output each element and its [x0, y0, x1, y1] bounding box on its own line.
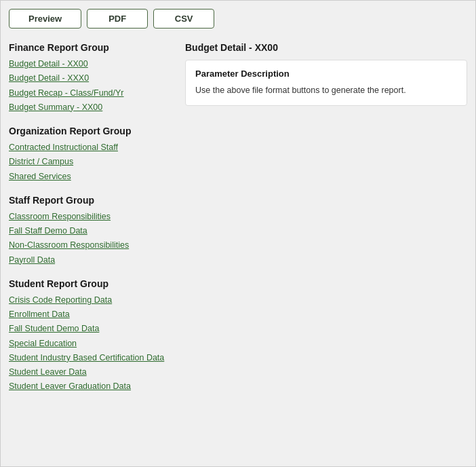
right-panel-title: Budget Detail - XX00	[185, 42, 467, 53]
parameter-box: Parameter Description Use the above file…	[185, 60, 467, 106]
group-title-student: Student Report Group	[9, 278, 172, 289]
report-link-student-4[interactable]: Student Industry Based Certification Dat…	[9, 351, 172, 365]
pdf-button[interactable]: PDF	[87, 9, 148, 29]
report-link-student-2[interactable]: Fall Student Demo Data	[9, 322, 172, 336]
report-link-organization-2[interactable]: Shared Services	[9, 170, 172, 184]
parameter-box-text: Use the above file format buttons to gen…	[195, 84, 457, 97]
toolbar: Preview PDF CSV	[9, 9, 467, 29]
report-link-student-0[interactable]: Crisis Code Reporting Data	[9, 293, 172, 307]
group-links-organization: Contracted Instructional StaffDistrict /…	[9, 141, 172, 184]
report-link-organization-1[interactable]: District / Campus	[9, 155, 172, 169]
report-link-finance-2[interactable]: Budget Recap - Class/Fund/Yr	[9, 86, 172, 100]
group-title-finance: Finance Report Group	[9, 42, 172, 53]
right-panel: Budget Detail - XX00 Parameter Descripti…	[185, 42, 467, 398]
report-link-staff-0[interactable]: Classroom Responsibilities	[9, 210, 172, 224]
group-links-finance: Budget Detail - XX00Budget Detail - XXX0…	[9, 57, 172, 115]
csv-button[interactable]: CSV	[153, 9, 214, 29]
report-link-staff-1[interactable]: Fall Staff Demo Data	[9, 224, 172, 238]
group-links-staff: Classroom ResponsibilitiesFall Staff Dem…	[9, 210, 172, 267]
report-link-student-5[interactable]: Student Leaver Data	[9, 365, 172, 379]
report-link-finance-3[interactable]: Budget Summary - XX00	[9, 100, 172, 115]
group-title-staff: Staff Report Group	[9, 195, 172, 206]
left-panel: Finance Report GroupBudget Detail - XX00…	[9, 42, 172, 398]
report-link-student-3[interactable]: Special Education	[9, 337, 172, 351]
parameter-box-title: Parameter Description	[195, 69, 457, 79]
report-link-finance-1[interactable]: Budget Detail - XXX0	[9, 71, 172, 86]
main-container: Preview PDF CSV Finance Report GroupBudg…	[0, 0, 476, 467]
content-area: Finance Report GroupBudget Detail - XX00…	[9, 42, 467, 398]
report-link-staff-3[interactable]: Payroll Data	[9, 253, 172, 267]
report-link-staff-2[interactable]: Non-Classroom Responsibilities	[9, 238, 172, 253]
report-link-organization-0[interactable]: Contracted Instructional Staff	[9, 141, 172, 155]
report-link-student-6[interactable]: Student Leaver Graduation Data	[9, 379, 172, 394]
group-title-organization: Organization Report Group	[9, 126, 172, 136]
preview-button[interactable]: Preview	[9, 9, 81, 29]
report-link-finance-0[interactable]: Budget Detail - XX00	[9, 57, 172, 71]
report-link-student-1[interactable]: Enrollment Data	[9, 307, 172, 322]
group-links-student: Crisis Code Reporting DataEnrollment Dat…	[9, 293, 172, 394]
